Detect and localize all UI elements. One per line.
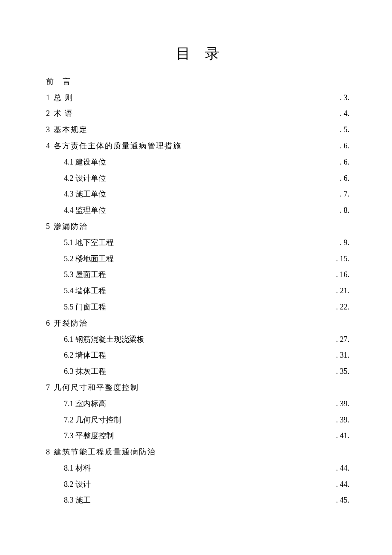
toc-entry-label: 5.3 屋面工程: [64, 267, 106, 283]
page-title: 目录: [46, 44, 349, 64]
toc-entry: 5.2 楼地面工程. 15.: [46, 251, 349, 267]
toc-entry-label: 7.3 平整度控制: [64, 428, 114, 444]
toc-entry-page: . 31.: [336, 347, 350, 364]
toc-entry-label: 4.3 施工单位: [64, 186, 106, 202]
toc-entry-page: . 22.: [336, 299, 350, 315]
toc-entry: 6 开裂防治: [46, 315, 349, 332]
toc-entry: 8.3 施工. 45.: [46, 492, 349, 509]
toc-entry: 前 言: [46, 74, 349, 90]
toc-entry-page: . 39.: [336, 412, 350, 428]
toc-entry-label: 7.1 室内标高: [64, 396, 106, 412]
toc-entry-page: . 3.: [340, 90, 350, 106]
toc-entry-label: 4.1 建设单位: [64, 154, 106, 171]
toc-entry: 8.1 材料. 44.: [46, 460, 349, 477]
toc-entry: 5.1 地下室工程. 9.: [46, 235, 349, 251]
toc-entry-label: 5.1 地下室工程: [64, 235, 114, 251]
toc-entry-page: . 44.: [336, 477, 350, 493]
toc-entry-page: . 8.: [340, 202, 350, 219]
toc-entry-label: 7 几何尺寸和平整度控制: [46, 380, 139, 396]
toc-entry: 8.2 设计. 44.: [46, 477, 349, 493]
toc-entry-label: 前 言: [46, 74, 74, 90]
toc-entry-page: . 6.: [340, 138, 350, 154]
toc-entry: 7.3 平整度控制. 41.: [46, 428, 349, 444]
toc-entry-label: 3 基本规定: [46, 122, 88, 138]
toc-entry: 6.1 钢筋混凝土现浇梁板. 27.: [46, 332, 349, 348]
toc-entry-page: . 15.: [336, 251, 350, 267]
toc-entry-page: . 21.: [336, 283, 350, 299]
toc-entry-label: 5.5 门窗工程: [64, 299, 106, 315]
toc-entry: 5.4 墙体工程. 21.: [46, 283, 349, 299]
toc-entry: 5 渗漏防治: [46, 219, 349, 235]
toc-entry-page: . 27.: [336, 332, 350, 348]
toc-entry-label: 6.2 墙体工程: [64, 347, 106, 364]
toc-entry: 7.1 室内标高. 39.: [46, 396, 349, 412]
toc-entry-page: . 44.: [336, 460, 350, 477]
toc-entry-page: . 4.: [340, 106, 350, 122]
toc-entry-page: . 35.: [336, 364, 350, 380]
toc-entry-page: . 41.: [336, 428, 350, 444]
toc-entry: 1 总 则. 3.: [46, 90, 349, 106]
toc-entry-label: 6.1 钢筋混凝土现浇梁板: [64, 332, 144, 348]
toc-entry-label: 8.2 设计: [64, 477, 91, 493]
toc-entry-label: 4 各方责任主体的质量通病管理措施: [46, 138, 182, 154]
toc-entry: 2 术 语. 4.: [46, 106, 349, 122]
toc-entry: 6.3 抹灰工程. 35.: [46, 364, 349, 380]
toc-entry: 6.2 墙体工程. 31.: [46, 347, 349, 364]
toc-entry: 7 几何尺寸和平整度控制: [46, 380, 349, 396]
toc-entry: 4 各方责任主体的质量通病管理措施. 6.: [46, 138, 349, 154]
toc-entry: 5.3 屋面工程. 16.: [46, 267, 349, 283]
toc-entry-label: 8.1 材料: [64, 460, 91, 477]
toc-entry-page: . 5.: [340, 122, 350, 138]
toc-entry-label: 4.4 监理单位: [64, 202, 106, 219]
toc-entry-page: . 39.: [336, 396, 350, 412]
toc-entry-label: 1 总 则: [46, 90, 73, 106]
toc-entry-page: . 9.: [340, 235, 350, 251]
toc-entry-page: . 16.: [336, 267, 350, 283]
toc-entry-page: . 6.: [340, 154, 350, 171]
toc-entry-label: 2 术 语: [46, 106, 73, 122]
toc-entry-label: 5.2 楼地面工程: [64, 251, 114, 267]
table-of-contents: 前 言1 总 则. 3.2 术 语. 4.3 基本规定. 5.4 各方责任主体的…: [46, 74, 349, 509]
toc-entry: 4.2 设计单位. 6.: [46, 171, 349, 187]
toc-entry: 4.1 建设单位. 6.: [46, 154, 349, 171]
toc-entry-label: 6.3 抹灰工程: [64, 364, 106, 380]
toc-entry-page: . 7.: [340, 186, 350, 202]
toc-entry: 4.3 施工单位. 7.: [46, 186, 349, 202]
toc-entry: 5.5 门窗工程. 22.: [46, 299, 349, 315]
toc-entry-label: 4.2 设计单位: [64, 171, 106, 187]
toc-entry: 8 建筑节能工程质量通病防治: [46, 444, 349, 460]
toc-entry-page: . 6.: [340, 171, 350, 187]
toc-entry-page: . 45.: [336, 492, 350, 509]
toc-entry-label: 7.2 几何尺寸控制: [64, 412, 121, 428]
toc-entry-label: 5 渗漏防治: [46, 219, 88, 235]
toc-entry-label: 6 开裂防治: [46, 315, 88, 332]
document-page: 目录 前 言1 总 则. 3.2 术 语. 4.3 基本规定. 5.4 各方责任…: [0, 0, 392, 509]
toc-entry-label: 5.4 墙体工程: [64, 283, 106, 299]
toc-entry: 3 基本规定. 5.: [46, 122, 349, 138]
toc-entry: 4.4 监理单位. 8.: [46, 202, 349, 219]
toc-entry-label: 8.3 施工: [64, 492, 91, 509]
toc-entry-label: 8 建筑节能工程质量通病防治: [46, 444, 156, 460]
toc-entry: 7.2 几何尺寸控制. 39.: [46, 412, 349, 428]
